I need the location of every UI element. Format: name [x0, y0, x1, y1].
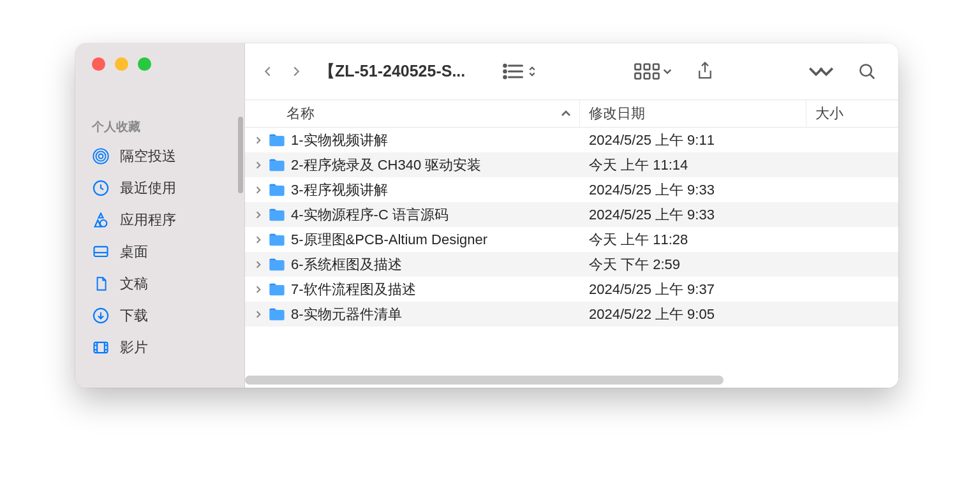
disclosure-triangle[interactable]	[254, 310, 263, 319]
sidebar-item-downloads[interactable]: 下载	[75, 300, 244, 332]
film-icon	[92, 339, 110, 356]
table-row[interactable]: 2-程序烧录及 CH340 驱动安装今天 上午 11:14	[245, 152, 898, 177]
horizontal-scrollbar[interactable]	[245, 376, 724, 385]
svg-point-16	[860, 64, 872, 76]
disclosure-triangle[interactable]	[254, 235, 263, 244]
svg-rect-13	[635, 73, 641, 78]
disclosure-triangle[interactable]	[254, 210, 263, 219]
cell-date: 今天 下午 2:59	[580, 255, 806, 274]
sidebar-item-label: 下载	[120, 306, 148, 325]
horizontal-scrollbar-track	[245, 372, 898, 388]
maximize-button[interactable]	[138, 57, 151, 71]
column-size-label: 大小	[815, 104, 843, 123]
document-icon	[92, 275, 110, 293]
airdrop-icon	[92, 147, 110, 165]
forward-button[interactable]	[286, 59, 306, 84]
group-by-button[interactable]	[625, 63, 681, 80]
applications-icon	[92, 211, 110, 229]
finder-window: 个人收藏 隔空投送 最近使用 应用程序	[75, 43, 898, 388]
view-mode-button[interactable]	[493, 62, 546, 80]
disclosure-triangle[interactable]	[254, 285, 263, 294]
sidebar: 个人收藏 隔空投送 最近使用 应用程序	[75, 43, 245, 388]
file-name: 7-软件流程图及描述	[291, 280, 416, 299]
desktop-icon	[92, 243, 110, 261]
cell-name: 6-系统框图及描述	[245, 255, 580, 274]
table-row[interactable]: 7-软件流程图及描述2024/5/25 上午 9:37	[245, 277, 898, 302]
svg-rect-12	[653, 64, 659, 70]
share-button[interactable]	[687, 61, 724, 82]
search-button[interactable]	[849, 62, 886, 81]
window-controls	[75, 43, 244, 82]
sidebar-item-label: 最近使用	[120, 179, 176, 198]
folder-icon	[268, 282, 286, 297]
svg-rect-11	[644, 64, 650, 70]
file-name: 2-程序烧录及 CH340 驱动安装	[291, 156, 481, 175]
column-header-size[interactable]: 大小	[806, 100, 898, 127]
column-header-date[interactable]: 修改日期	[580, 100, 806, 127]
folder-icon	[268, 232, 286, 247]
file-list: 1-实物视频讲解2024/5/25 上午 9:112-程序烧录及 CH340 驱…	[245, 128, 898, 372]
overflow-button[interactable]	[799, 66, 843, 77]
table-row[interactable]: 3-程序视频讲解2024/5/25 上午 9:33	[245, 177, 898, 202]
column-date-label: 修改日期	[589, 104, 645, 123]
table-row[interactable]: 8-实物元器件清单2024/5/22 上午 9:05	[245, 302, 898, 327]
cell-name: 4-实物源程序-C 语言源码	[245, 205, 580, 224]
sidebar-item-label: 桌面	[120, 242, 148, 261]
file-name: 5-原理图&PCB-Altium Designer	[291, 230, 487, 249]
column-name-label: 名称	[286, 104, 315, 123]
minimize-button[interactable]	[115, 57, 128, 71]
folder-icon	[268, 182, 286, 198]
cell-date: 2024/5/25 上午 9:37	[580, 280, 806, 299]
svg-point-7	[504, 64, 507, 67]
cell-date: 2024/5/22 上午 9:05	[580, 305, 806, 324]
cell-date: 今天 上午 11:28	[580, 230, 806, 249]
svg-point-9	[504, 76, 507, 78]
sidebar-item-recents[interactable]: 最近使用	[75, 172, 244, 204]
sidebar-item-applications[interactable]: 应用程序	[75, 204, 244, 236]
sidebar-item-label: 文稿	[120, 274, 148, 293]
file-name: 3-程序视频讲解	[291, 180, 388, 200]
cell-name: 2-程序烧录及 CH340 驱动安装	[245, 156, 580, 175]
sidebar-item-airdrop[interactable]: 隔空投送	[75, 140, 244, 172]
folder-icon	[268, 158, 286, 173]
chevron-down-icon	[662, 67, 672, 76]
toolbar: 【ZL-51-240525-S...	[245, 43, 898, 99]
file-name: 1-实物视频讲解	[291, 131, 388, 150]
folder-icon	[268, 307, 286, 322]
sidebar-item-desktop[interactable]: 桌面	[75, 236, 244, 268]
cell-name: 3-程序视频讲解	[245, 180, 580, 200]
back-button[interactable]	[258, 59, 278, 84]
cell-name: 1-实物视频讲解	[245, 131, 580, 150]
sidebar-item-label: 影片	[120, 338, 148, 357]
svg-rect-6	[94, 342, 108, 353]
disclosure-triangle[interactable]	[254, 260, 263, 269]
folder-icon	[268, 257, 286, 272]
sidebar-item-movies[interactable]: 影片	[75, 332, 244, 363]
file-name: 6-系统框图及描述	[291, 255, 402, 274]
sidebar-item-documents[interactable]: 文稿	[75, 268, 244, 300]
table-row[interactable]: 1-实物视频讲解2024/5/25 上午 9:11	[245, 128, 898, 152]
column-header-name[interactable]: 名称	[245, 100, 580, 127]
cell-date: 2024/5/25 上午 9:33	[580, 205, 806, 224]
close-button[interactable]	[92, 57, 105, 71]
svg-rect-4	[94, 247, 108, 256]
table-row[interactable]: 6-系统框图及描述今天 下午 2:59	[245, 252, 898, 277]
sort-ascending-icon	[560, 109, 572, 118]
svg-point-0	[99, 154, 103, 159]
cell-date: 今天 上午 11:14	[580, 156, 806, 175]
clock-icon	[92, 179, 110, 197]
cell-date: 2024/5/25 上午 9:33	[580, 180, 806, 200]
disclosure-triangle[interactable]	[254, 161, 263, 170]
table-row[interactable]: 4-实物源程序-C 语言源码2024/5/25 上午 9:33	[245, 202, 898, 227]
folder-icon	[268, 207, 286, 223]
download-icon	[92, 307, 110, 325]
disclosure-triangle[interactable]	[254, 136, 263, 145]
cell-name: 7-软件流程图及描述	[245, 280, 580, 299]
svg-rect-10	[635, 64, 641, 70]
table-row[interactable]: 5-原理图&PCB-Altium Designer今天 上午 11:28	[245, 227, 898, 252]
cell-name: 5-原理图&PCB-Altium Designer	[245, 230, 580, 249]
svg-point-8	[504, 70, 507, 73]
disclosure-triangle[interactable]	[254, 186, 263, 194]
sidebar-section-title: 个人收藏	[75, 82, 244, 140]
svg-rect-15	[653, 73, 659, 78]
